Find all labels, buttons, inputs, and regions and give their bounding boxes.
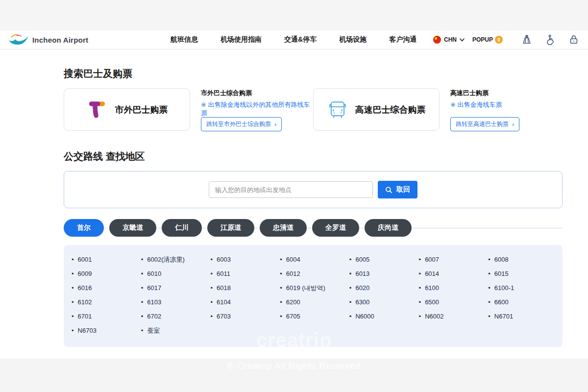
bus-route-link[interactable]: • 6020 — [349, 284, 419, 293]
bus-route-link[interactable]: • 6013 — [349, 270, 419, 278]
bus-route-link[interactable]: • N6000 — [349, 312, 419, 321]
china-flag-icon — [433, 36, 441, 44]
bus-route-link[interactable]: • N6703 — [72, 326, 141, 335]
bullet-icon: • — [419, 255, 421, 264]
bus-route-link[interactable]: • N6002 — [419, 312, 489, 321]
bus-route-link[interactable]: • 6001 — [72, 255, 141, 264]
express-info-note: ※ 出售金海线车票 — [450, 100, 561, 109]
bus-route-link[interactable]: • 6500 — [419, 298, 489, 307]
airport-map-icon[interactable] — [521, 34, 532, 45]
intercity-jump-button[interactable]: 跳转至市外巴士综合购票 › — [201, 117, 282, 131]
bus-route-link[interactable]: • 6011 — [210, 270, 280, 278]
route-label: N6000 — [355, 312, 374, 321]
bus-route-link[interactable]: • 6702 — [141, 312, 211, 321]
bus-route-link[interactable]: • 6703 — [210, 312, 280, 321]
nav-item[interactable]: 客户沟通 — [389, 35, 416, 44]
bus-route-link[interactable]: • 6701 — [72, 312, 141, 321]
popup-button[interactable]: POPUP 0 — [472, 36, 503, 44]
bullet-icon: • — [141, 284, 144, 293]
region-tab[interactable]: 全罗道 — [312, 219, 359, 237]
route-label: 6103 — [147, 298, 161, 307]
bullet-icon: • — [349, 270, 352, 278]
express-jump-button[interactable]: 跳转至高速巴士购票 › — [450, 117, 519, 131]
bus-route-link[interactable]: • 6016 — [72, 284, 141, 293]
intercity-info-note: ※ 出售除金海线以外的其他所有路线车票 — [201, 100, 311, 117]
region-tab[interactable]: 首尔 — [64, 219, 104, 237]
nav-item[interactable]: 机场设施 — [339, 35, 367, 44]
intercity-card-info: 市外巴士综合购票 ※ 出售除金海线以外的其他所有路线车票 跳转至市外巴士综合购票… — [201, 88, 311, 132]
route-label: 6011 — [217, 270, 230, 278]
bus-route-link[interactable]: • 6200 — [280, 298, 349, 307]
region-tab[interactable]: 庆尚道 — [365, 219, 412, 237]
bullet-icon: • — [141, 270, 144, 278]
bullet-icon: • — [488, 298, 490, 307]
intercity-jump-label: 跳转至市外巴士综合购票 — [206, 120, 271, 128]
bus-route-link[interactable]: • 6002(清凉里) — [141, 255, 211, 264]
express-bus-card[interactable]: 高速巴士综合购票 — [313, 88, 440, 131]
bullet-icon: • — [141, 255, 144, 264]
route-label: 6014 — [425, 270, 439, 278]
bus-route-link[interactable]: • 6018 — [210, 284, 280, 293]
bullet-icon: • — [72, 298, 74, 307]
region-tab[interactable]: 京畿道 — [109, 219, 156, 237]
region-tab[interactable]: 江原道 — [207, 219, 254, 237]
route-label: 6600 — [494, 298, 509, 307]
bus-route-link[interactable]: • 6103 — [141, 298, 211, 307]
bullet-icon: • — [349, 284, 352, 293]
intercity-card-label: 市外巴士购票 — [115, 104, 168, 116]
bus-route-link[interactable]: • 6102 — [72, 298, 141, 307]
bus-route-link[interactable]: • 6005 — [349, 255, 419, 264]
bus-route-link[interactable]: • 6600 — [488, 298, 558, 307]
nav-item[interactable]: 航班信息 — [171, 35, 198, 44]
bus-route-link[interactable]: • 6012 — [280, 270, 349, 278]
route-label: 6500 — [425, 298, 439, 307]
bus-route-link[interactable]: • 6008 — [488, 255, 558, 264]
intercity-bus-group: 市外巴士购票 市外巴士综合购票 ※ 出售除金海线以外的其他所有路线车票 跳转至市… — [64, 88, 313, 132]
bullet-icon: • — [72, 270, 74, 278]
bus-route-link[interactable]: • 6300 — [349, 298, 419, 307]
bus-route-link[interactable]: • 6009 — [72, 270, 141, 278]
language-selector[interactable]: CHN — [433, 36, 465, 44]
bus-route-link[interactable]: • 6019 (내방역) — [280, 284, 349, 293]
region-tab[interactable]: 仁川 — [162, 219, 202, 237]
search-button[interactable]: 取回 — [378, 181, 417, 198]
main-content: 搜索巴士及购票 市外巴士购票 市外巴士综合购票 ※ 出售除金海线以外的其他所有路… — [64, 67, 563, 347]
intercity-bus-card[interactable]: 市外巴士购票 — [64, 88, 190, 131]
incheon-airport-logo[interactable]: Incheon Airport — [8, 33, 88, 47]
bus-route-link[interactable]: • 6015 — [488, 270, 558, 278]
route-label: 6702 — [147, 312, 161, 321]
express-info-title: 高速巴士购票 — [450, 89, 561, 98]
bus-route-link[interactable]: • 6100 — [419, 284, 489, 293]
bus-route-link[interactable]: • 6104 — [210, 298, 280, 307]
bus-route-link[interactable]: • 6705 — [280, 312, 349, 321]
bullet-icon: • — [141, 312, 144, 321]
route-label: 6015 — [494, 270, 509, 278]
bus-route-link[interactable]: • 6014 — [419, 270, 489, 278]
nav-item[interactable]: 交通&停车 — [284, 35, 317, 44]
logo-text: Incheon Airport — [32, 36, 88, 44]
accessibility-icon[interactable] — [545, 34, 556, 45]
bus-route-link[interactable]: • 6004 — [280, 255, 349, 264]
route-label: 6007 — [425, 255, 439, 264]
bus-route-link[interactable]: • 6017 — [141, 284, 211, 293]
express-card-label: 高速巴士综合购票 — [355, 104, 426, 116]
bus-route-link[interactable]: • 6010 — [141, 270, 211, 278]
bus-route-link[interactable]: • 6003 — [210, 255, 280, 264]
bus-route-link[interactable]: • 蚕室 — [141, 326, 211, 335]
destination-search-input[interactable] — [209, 181, 373, 198]
express-bus-group: 高速巴士综合购票 高速巴士购票 ※ 出售金海线车票 跳转至高速巴士购票 › — [313, 88, 563, 132]
nav-item[interactable]: 机场使用指南 — [220, 35, 262, 44]
popup-label: POPUP — [472, 36, 493, 43]
bus-route-link[interactable]: • N6701 — [488, 312, 558, 321]
bus-route-link[interactable]: • 6100-1 — [488, 284, 558, 293]
region-tab[interactable]: 忠清道 — [260, 219, 307, 237]
bus-route-link[interactable]: • 6007 — [419, 255, 489, 264]
bullet-icon: • — [419, 298, 421, 307]
lock-icon[interactable] — [568, 34, 579, 45]
region-tabs: 首尔 京畿道 仁川 江原道 忠清道 全罗道 庆尚道 — [64, 219, 563, 237]
intercity-info-title: 市外巴士综合购票 — [201, 89, 311, 98]
bus-routes-panel: • 6001 • 6002(清凉里) • 6003 • 6004 • 6005 — [64, 245, 563, 347]
bullet-icon: • — [280, 298, 282, 307]
region-tabs-row: 首尔 京畿道 仁川 江原道 忠清道 全罗道 庆尚道 — [64, 219, 563, 237]
route-label: 6104 — [217, 298, 231, 307]
